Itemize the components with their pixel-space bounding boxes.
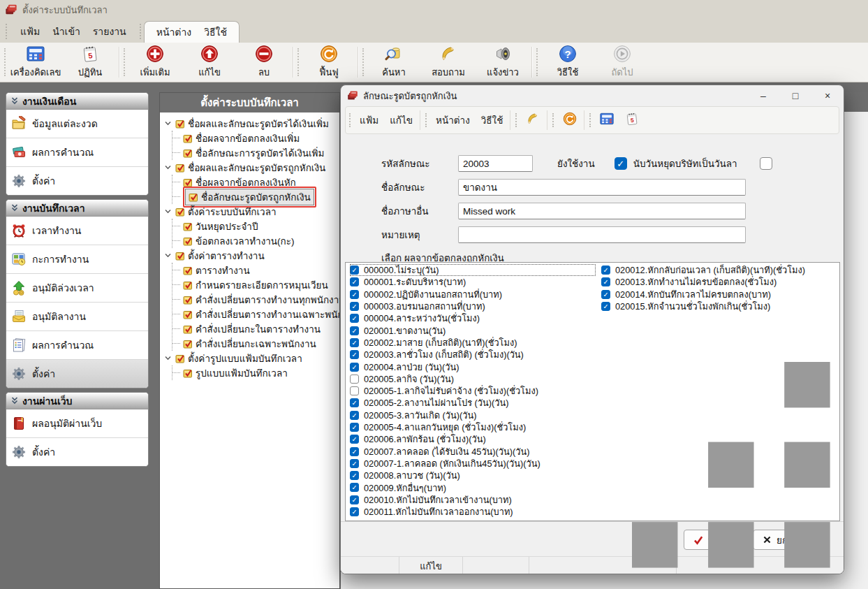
tree-node[interactable]: ชื่อลักษณะรูดบัตรถูกหักเงิน [172, 189, 339, 204]
announce-button[interactable]: แจ้งข่าว [476, 43, 530, 82]
tree-node[interactable]: ชื่อผลและลักษณะรูดบัตรได้เงินเพิ่ม [163, 116, 339, 131]
close-button[interactable]: × [811, 85, 844, 106]
item-checkbox[interactable]: ✓ [350, 507, 359, 516]
item-checkbox[interactable]: ✓ [350, 471, 359, 480]
resize-grip[interactable] [632, 362, 841, 572]
menu-item-1[interactable]: วิธีใช้ [198, 22, 233, 42]
sidebar-section-header[interactable]: งานผ่านเว็บ [6, 393, 148, 409]
holiday-checkbox[interactable] [760, 157, 772, 170]
item-checkbox[interactable]: ✓ [350, 350, 359, 359]
toolbar-grip[interactable] [425, 113, 427, 127]
item-checkbox[interactable]: ✓ [350, 423, 359, 432]
name-input[interactable] [458, 179, 746, 196]
tree-node[interactable]: ตั้งค่าตารางทำงาน [163, 248, 339, 263]
item-checkbox[interactable]: ✓ [350, 398, 359, 407]
delete-button[interactable]: ลบ [237, 43, 291, 82]
item-checkbox[interactable]: ✓ [350, 447, 359, 456]
edit-button[interactable]: แก้ไข [182, 43, 237, 82]
calculator-button[interactable]: เครื่องคิดเลข [8, 43, 63, 82]
add-button[interactable]: เพิ่มเติม [128, 43, 182, 82]
toolbar-grip[interactable] [140, 24, 141, 39]
sidebar-item-2-0[interactable]: ผลอนุมัติผ่านเว็บ [6, 409, 148, 438]
tree-node[interactable]: คำสั่งเปลี่ยนกะในตารางทำงาน [172, 321, 339, 336]
chevron-expander-icon[interactable] [163, 163, 172, 171]
tree-node[interactable]: กำหนดรายละเอียดการหมุนเวียน [172, 277, 339, 292]
chevron-expander-icon[interactable] [163, 354, 172, 362]
dialog-menu-item-0[interactable]: หน้าต่าง [430, 110, 476, 130]
menu-item-0[interactable]: แฟ้ม [14, 22, 46, 41]
tree-node[interactable]: วันหยุดประจำปี [172, 219, 339, 233]
item-checkbox[interactable]: ✓ [350, 435, 359, 444]
item-checkbox[interactable]: ✓ [350, 495, 359, 504]
tree-node[interactable]: ชื่อลักษณะการรูดบัตรได้เงินเพิ่ม [172, 145, 339, 160]
tree-node[interactable]: ชื่อผลจากข้อตกลงเงินเพิ่ม [172, 131, 339, 145]
item-checkbox[interactable]: ✓ [350, 314, 359, 323]
item-checkbox[interactable]: ✓ [601, 302, 610, 311]
sidebar-item-0-2[interactable]: ตั้งค่า [6, 167, 148, 195]
calendar-button[interactable]: 5ปฏิทิน [63, 43, 117, 82]
item-checkbox[interactable]: ✓ [350, 411, 359, 420]
tree-node[interactable]: ตารางทำงาน [172, 263, 339, 277]
dialog-menu-item-1[interactable]: แก้ไข [384, 110, 418, 130]
item-checkbox[interactable]: ✓ [601, 290, 610, 299]
item-checkbox[interactable]: ✓ [350, 277, 359, 286]
toolbar-grip[interactable] [4, 48, 6, 76]
sidebar-item-1-0[interactable]: เวลาทำงาน [6, 217, 148, 245]
sidebar-item-1-4[interactable]: ผลการคำนวณ [6, 331, 148, 360]
menu-item-0[interactable]: หน้าต่าง [150, 22, 198, 42]
sidebar-item-0-0[interactable]: ข้อมูลแต่ละงวด [6, 110, 148, 138]
code-input[interactable] [458, 155, 533, 172]
menu-item-2[interactable]: รายงาน [87, 22, 133, 41]
item-checkbox[interactable]: ✓ [601, 266, 610, 275]
item-checkbox[interactable]: ✓ [350, 302, 359, 311]
tree-node[interactable]: คำสั่งเปลี่ยนตารางทำงานเฉพาะพนักงาน [172, 307, 339, 321]
sidebar-item-1-5[interactable]: ตั้งค่า [6, 360, 148, 388]
toolbar-grip[interactable] [297, 48, 299, 76]
tree-node[interactable]: ชื่อผลและลักษณะรูดบัตรถูกหักเงิน [163, 160, 339, 175]
maximize-button[interactable]: □ [779, 85, 811, 106]
phone-button[interactable]: สอบถาม [421, 43, 476, 82]
sidebar-section-header[interactable]: งานเงินเดือน [6, 93, 148, 110]
sidebar-item-1-3[interactable]: อนุมัติลางาน [6, 303, 148, 331]
sidebar-item-1-2[interactable]: อนุมัติล่วงเวลา [6, 274, 148, 303]
minimize-button[interactable]: – [747, 85, 779, 106]
item-checkbox[interactable]: ✓ [350, 266, 359, 275]
toolbar-grip[interactable] [362, 48, 364, 76]
toolbar-grip[interactable] [589, 113, 591, 127]
toolbar-grip[interactable] [536, 48, 538, 76]
toolbar-grip[interactable] [124, 48, 125, 76]
item-checkbox[interactable]: ✓ [350, 363, 359, 372]
note-input[interactable] [458, 226, 746, 243]
help-button[interactable]: ?วิธีใช้ [540, 43, 595, 82]
item-checkbox[interactable]: ✓ [350, 459, 359, 468]
refresh-button[interactable] [557, 110, 582, 130]
item-checkbox[interactable]: ✓ [350, 290, 359, 299]
list-item[interactable]: ✓020011.หักไม่บันทึกเวลาออกงาน(บาท) [350, 506, 596, 518]
dialog-menu-item-1[interactable]: วิธีใช้ [476, 110, 509, 130]
menu-item-1[interactable]: นำเข้า [46, 22, 87, 41]
chevron-expander-icon[interactable] [163, 252, 172, 259]
dialog-menu-item-0[interactable]: แฟ้ม [354, 110, 384, 130]
tree-node[interactable]: ข้อตกลงเวลาทำงาน(กะ) [172, 233, 339, 248]
sidebar-item-1-1[interactable]: กะการทำงาน [6, 245, 148, 274]
tree-node[interactable]: คำสั่งเปลี่ยนตารางทำงานทุกพนักงาน [172, 292, 339, 307]
toolbar-grip[interactable] [349, 113, 351, 127]
sidebar-item-2-1[interactable]: ตั้งค่า [6, 438, 148, 466]
next-button[interactable]: ถัดไป [595, 43, 649, 82]
sidebar-item-0-1[interactable]: ผลการคำนวณ [6, 138, 148, 167]
chevron-expander-icon[interactable] [163, 208, 172, 215]
tree-node-selected[interactable]: ชื่อลักษณะรูดบัตรถูกหักเงิน [185, 189, 314, 205]
active-checkbox[interactable]: ✓ [615, 157, 627, 170]
calendar-button[interactable]: 5 [619, 110, 645, 130]
tree-node[interactable]: ตั้งค่ารูปแบบแฟ้มบันทึกเวลา [163, 351, 339, 365]
sidebar-section-header[interactable]: งานบันทึกเวลา [6, 200, 148, 217]
refresh-button[interactable]: ฟื้นฟู [302, 43, 356, 82]
toolbar-grip[interactable] [552, 113, 554, 127]
item-checkbox[interactable]: ✓ [601, 277, 610, 286]
phone-button[interactable] [520, 110, 545, 130]
chevron-expander-icon[interactable] [163, 119, 172, 127]
alt-name-input[interactable] [458, 203, 746, 219]
calculator-button[interactable] [594, 110, 619, 130]
search-button[interactable]: ค้นหา [367, 43, 421, 82]
item-checkbox[interactable]: ✓ [350, 326, 359, 335]
